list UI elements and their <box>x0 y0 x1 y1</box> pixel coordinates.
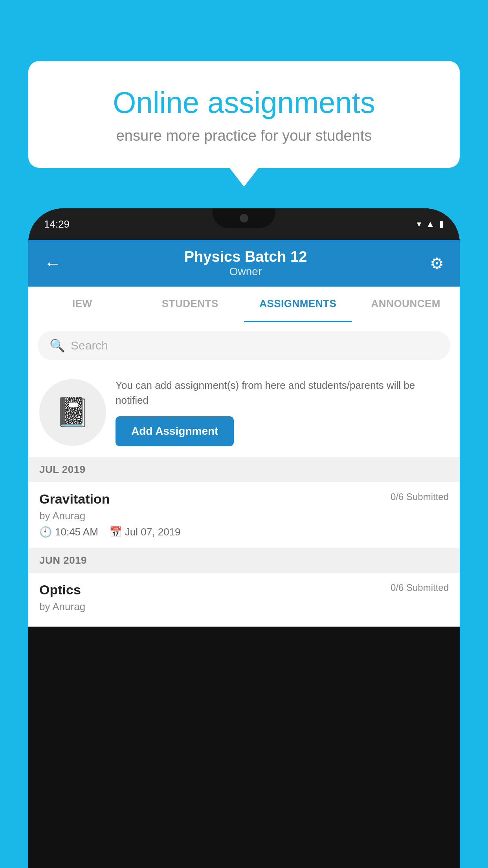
bubble-title: Online assignments <box>56 85 432 120</box>
header-subtitle: Owner <box>184 265 307 278</box>
notebook-icon: 📓 <box>55 395 90 429</box>
settings-button[interactable]: ⚙ <box>430 254 444 272</box>
status-time: 14:29 <box>44 218 70 230</box>
promo-icon-circle: 📓 <box>39 379 106 446</box>
assignment-row-top: Gravitation 0/6 Submitted <box>39 491 449 507</box>
tab-students[interactable]: STUDENTS <box>136 287 244 322</box>
assignment-row-top-optics: Optics 0/6 Submitted <box>39 582 449 598</box>
promo-text-area: You can add assignment(s) from here and … <box>116 378 449 446</box>
tabs-bar: IEW STUDENTS ASSIGNMENTS ANNOUNCEM <box>28 287 460 322</box>
app-header: ← Physics Batch 12 Owner ⚙ <box>28 240 460 287</box>
assignment-row-optics[interactable]: Optics 0/6 Submitted by Anurag <box>28 573 460 627</box>
calendar-icon: 📅 <box>109 526 122 538</box>
search-icon: 🔍 <box>50 338 65 353</box>
assignment-submitted-optics: 0/6 Submitted <box>391 582 449 593</box>
bubble-subtitle: ensure more practice for your students <box>56 127 432 144</box>
assignment-row-gravitation[interactable]: Gravitation 0/6 Submitted by Anurag 🕙 10… <box>28 482 460 548</box>
battery-icon: ▮ <box>439 219 444 229</box>
assignment-author-optics: by Anurag <box>39 601 449 613</box>
tab-announcements[interactable]: ANNOUNCEM <box>352 287 460 322</box>
assignment-meta: 🕙 10:45 AM 📅 Jul 07, 2019 <box>39 526 449 538</box>
tab-assignments[interactable]: ASSIGNMENTS <box>244 287 352 322</box>
add-assignment-button[interactable]: Add Assignment <box>116 416 234 446</box>
tab-iew[interactable]: IEW <box>28 287 136 322</box>
wifi-icon: ▾ <box>417 219 421 229</box>
assignment-name-optics: Optics <box>39 582 81 598</box>
search-bar[interactable]: 🔍 Search <box>38 331 450 360</box>
assignment-name: Gravitation <box>39 491 110 507</box>
back-button[interactable]: ← <box>44 254 61 273</box>
assignment-promo: 📓 You can add assignment(s) from here an… <box>28 369 460 457</box>
status-icons: ▾ ▲ ▮ <box>417 219 444 229</box>
assignment-author: by Anurag <box>39 510 449 522</box>
search-placeholder: Search <box>71 339 108 352</box>
speech-bubble-card: Online assignments ensure more practice … <box>28 61 460 168</box>
assignment-time: 🕙 10:45 AM <box>39 526 98 538</box>
header-center: Physics Batch 12 Owner <box>184 248 307 278</box>
clock-icon: 🕙 <box>39 526 52 538</box>
month-header-jun: JUN 2019 <box>28 548 460 573</box>
header-title: Physics Batch 12 <box>184 248 307 265</box>
phone-shell: 14:29 ▾ ▲ ▮ ← Physics Batch 12 Owner ⚙ I… <box>28 208 460 868</box>
promo-description: You can add assignment(s) from here and … <box>116 378 449 408</box>
status-bar: 14:29 ▾ ▲ ▮ <box>28 208 460 240</box>
signal-icon: ▲ <box>426 219 435 229</box>
assignment-submitted: 0/6 Submitted <box>391 491 449 502</box>
phone-content: 🔍 Search 📓 You can add assignment(s) fro… <box>28 322 460 627</box>
assignment-date: 📅 Jul 07, 2019 <box>109 526 181 538</box>
camera-dot <box>240 214 248 223</box>
month-header-jul: JUL 2019 <box>28 457 460 482</box>
notch <box>213 208 275 228</box>
